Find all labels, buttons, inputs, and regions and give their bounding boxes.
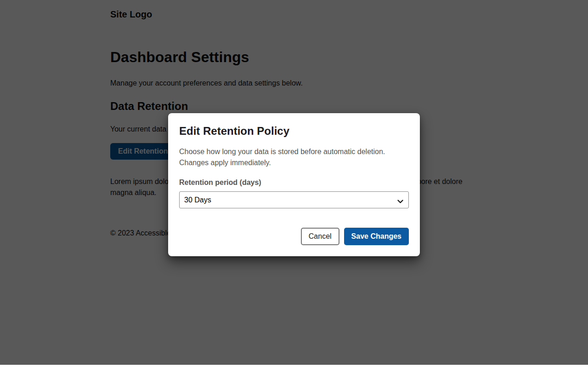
edit-retention-policy-dialog: Edit Retention Policy Choose how long yo…: [168, 113, 420, 256]
dialog-footer: Cancel Save Changes: [179, 228, 409, 245]
dialog-title: Edit Retention Policy: [179, 124, 409, 138]
retention-period-label: Retention period (days): [179, 178, 409, 188]
retention-period-select-wrap: 30 Days: [179, 191, 409, 208]
cancel-button[interactable]: Cancel: [301, 228, 339, 245]
dialog-description: Choose how long your data is stored befo…: [179, 146, 409, 168]
save-changes-button[interactable]: Save Changes: [344, 228, 409, 245]
retention-period-select[interactable]: 30 Days: [179, 191, 409, 208]
